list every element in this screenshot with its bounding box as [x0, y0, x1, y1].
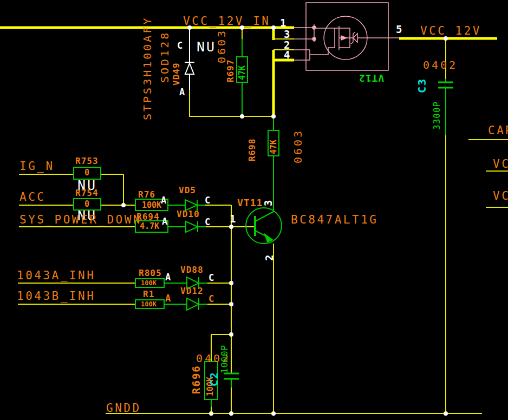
r697-package[interactable]: 0603	[216, 29, 227, 63]
diode-vd49-symbol[interactable]	[185, 29, 194, 90]
schematic-canvas: VCC_12V_IN VCC_12V CAR VC VC STPS3H100AF…	[0, 0, 508, 420]
net-label-1043a-inh[interactable]: 1043A_INH	[17, 270, 95, 281]
c3-package[interactable]: 0402	[423, 60, 458, 70]
net-label-vcc-12v[interactable]: VCC_12V	[420, 25, 481, 37]
vd49-cathode-marker: C	[177, 41, 183, 50]
power-wires[interactable]	[0, 27, 497, 118]
net-label-1043b-inh[interactable]: 1043B_INH	[17, 291, 95, 302]
vd10-anode-marker: A	[162, 217, 167, 226]
vd49-part-number[interactable]: STPS3H100AFY	[142, 16, 153, 121]
r1-designator[interactable]: R1	[143, 290, 154, 299]
vt12-pin-3: 3	[284, 29, 290, 40]
c3-designator[interactable]: C3	[416, 78, 427, 93]
vd12-anode-marker: A	[165, 294, 171, 303]
vt12-pin-5: 5	[396, 24, 402, 35]
vt11-part-number[interactable]: BC847ALT1G	[291, 214, 378, 226]
c3-value[interactable]: 3300P	[433, 101, 441, 130]
r697-value[interactable]: 47K	[238, 65, 246, 80]
net-label-ig-n[interactable]: IG_N	[19, 161, 55, 172]
r694-designator[interactable]: R694	[136, 213, 160, 221]
r753-designator[interactable]: R753	[75, 157, 99, 166]
vd10-cathode-marker: C	[205, 218, 210, 227]
vt12-pin-4: 4	[284, 50, 290, 60]
vt11-designator[interactable]: VT11	[237, 198, 263, 208]
vt12-pin-1: 1	[280, 18, 286, 28]
r698-designator[interactable]: R698	[248, 138, 257, 161]
r698-package[interactable]: 0603	[292, 129, 303, 163]
vd49-anode-marker: A	[179, 88, 185, 97]
net-label-vc2[interactable]: VC	[493, 191, 508, 202]
vd5-anode-marker: A	[161, 196, 166, 205]
vd88-cathode-marker: C	[209, 273, 214, 283]
net-label-vcc-12v-in[interactable]: VCC_12V_IN	[183, 16, 270, 27]
vd49-nu-marker: NU	[197, 40, 216, 54]
r696-designator[interactable]: R696	[191, 365, 201, 394]
r754-value[interactable]: 0	[84, 200, 89, 208]
vd49-package[interactable]: SOD128	[159, 31, 170, 83]
junction-dots	[121, 25, 448, 416]
vd88-designator[interactable]: VD88	[180, 266, 204, 274]
transistor-vt11[interactable]	[246, 208, 282, 244]
vd5-cathode-marker: C	[205, 196, 210, 205]
r76-designator[interactable]: R76	[138, 191, 155, 199]
vd5-designator[interactable]: VD5	[179, 186, 196, 195]
c2-value[interactable]: 1000P	[220, 345, 229, 373]
r698-value[interactable]: 47K	[270, 140, 278, 154]
vd12-designator[interactable]: VD12	[180, 287, 204, 296]
net-label-acc[interactable]: ACC	[19, 192, 45, 203]
r753-value[interactable]: 0	[84, 169, 89, 177]
c2-designator[interactable]: C2	[209, 371, 219, 386]
r76-value[interactable]: 100K	[142, 201, 161, 209]
vt11-pin-2: 2	[264, 255, 275, 261]
net-label-sys-power-down[interactable]: SYS_POWER_DOWN	[19, 214, 142, 226]
vd88-anode-marker: A	[165, 273, 171, 282]
r754-designator[interactable]: R754	[75, 189, 99, 198]
vd12-cathode-marker: C	[209, 294, 214, 304]
diode-vd10[interactable]	[168, 221, 206, 232]
vt11-pin-1: 1	[230, 214, 236, 224]
capacitor-c2[interactable]	[224, 373, 239, 388]
r805-value[interactable]: 100K	[141, 280, 157, 286]
net-label-vc1[interactable]: VC	[493, 159, 508, 170]
vd49-designator[interactable]: VD49	[172, 62, 181, 86]
vt11-pin-3: 3	[263, 200, 273, 206]
r1-value[interactable]: 100K	[141, 301, 157, 307]
net-label-car[interactable]: CAR	[488, 125, 508, 136]
r697-designator[interactable]: R697	[226, 59, 235, 82]
vt12-designator[interactable]: VT12	[359, 73, 384, 83]
vd10-designator[interactable]: VD10	[177, 210, 200, 219]
r805-designator[interactable]: R805	[139, 269, 162, 278]
r694-value[interactable]: 4.7K	[140, 222, 159, 231]
net-label-gndd[interactable]: GNDD	[106, 403, 141, 414]
mosfet-vt12-symbol[interactable]	[294, 3, 399, 70]
